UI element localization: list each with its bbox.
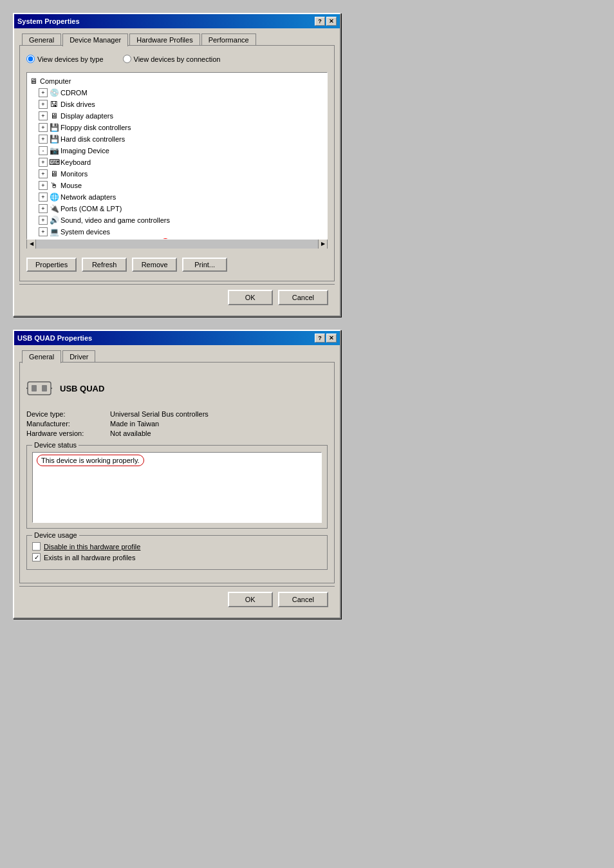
tree-item-display[interactable]: + 🖥 Display adapters <box>28 110 326 122</box>
tree-item-mouse[interactable]: + 🖱 Mouse <box>28 180 326 191</box>
expander-monitors[interactable]: + <box>39 169 48 178</box>
scroll-right-arrow[interactable]: ▶ <box>318 240 327 249</box>
expander-mouse[interactable]: + <box>39 181 48 190</box>
expander-cdrom[interactable]: + <box>39 88 48 97</box>
keyboard-icon: ⌨ <box>49 157 59 167</box>
bottom-buttons-system: OK Cancel <box>19 284 335 310</box>
tree-item-computer[interactable]: 🖥 Computer <box>28 75 326 87</box>
disable-label: Disable in this hardware profile <box>44 543 140 551</box>
tree-item-harddisk[interactable]: + 💾 Hard disk controllers <box>28 133 326 145</box>
expander-system[interactable]: + <box>39 227 48 236</box>
radio-by-connection-input[interactable] <box>123 55 131 63</box>
tree-label-sound: Sound, video and game controllers <box>60 216 170 224</box>
action-buttons-row: Properties Refresh Remove Print... <box>26 255 328 274</box>
expander-disk[interactable]: + <box>39 100 48 109</box>
title-bar-buttons-system: ? ✕ <box>315 17 337 26</box>
tree-label-floppy: Floppy disk controllers <box>60 124 131 131</box>
radio-by-type[interactable]: View devices by type <box>26 55 104 63</box>
close-button-system[interactable]: ✕ <box>326 17 337 26</box>
expander-keyboard[interactable]: + <box>39 158 48 167</box>
device-type-row: Device type: Universal Serial Bus contro… <box>26 410 328 418</box>
tree-item-monitors[interactable]: + 🖥 Monitors <box>28 168 326 180</box>
device-status-box: This device is working properly. <box>32 452 322 523</box>
tab-general-system[interactable]: General <box>22 33 61 46</box>
ok-button-system[interactable]: OK <box>228 290 273 305</box>
tree-item-keyboard[interactable]: + ⌨ Keyboard <box>28 156 326 168</box>
tree-item-sound[interactable]: + 🔊 Sound, video and game controllers <box>28 214 326 226</box>
cdrom-icon: 💿 <box>49 88 59 98</box>
disk-icon: 🖫 <box>49 99 59 109</box>
tree-label-cdrom: CDROM <box>60 89 88 97</box>
tree-item-floppy[interactable]: + 💾 Floppy disk controllers <box>28 122 326 133</box>
expander-imaging[interactable]: - <box>39 146 48 155</box>
disable-checkbox-item[interactable]: Disable in this hardware profile <box>32 542 322 551</box>
expander-display[interactable]: + <box>39 111 48 120</box>
cancel-button-system[interactable]: Cancel <box>278 290 328 305</box>
view-options: View devices by type View devices by con… <box>26 52 328 66</box>
svg-rect-2 <box>42 385 47 392</box>
exists-checkbox-item[interactable]: Exists in all hardware profiles <box>32 553 322 561</box>
tree-item-imaging[interactable]: - 📷 Imaging Device <box>28 145 326 156</box>
title-text-usbquad: USB QUAD Properties <box>17 334 92 342</box>
radio-by-connection[interactable]: View devices by connection <box>123 55 221 63</box>
svg-rect-1 <box>32 385 37 392</box>
device-big-icon <box>26 375 52 401</box>
remove-button[interactable]: Remove <box>132 258 177 272</box>
radio-by-type-input[interactable] <box>26 55 35 63</box>
svg-rect-0 <box>28 382 51 395</box>
expander-floppy[interactable]: + <box>39 123 48 132</box>
hscroll-bar[interactable]: ◀ ▶ <box>26 240 328 249</box>
scroll-track <box>36 240 318 249</box>
help-button-system[interactable]: ? <box>315 17 325 26</box>
expander-network[interactable]: + <box>39 193 48 202</box>
tab-performance[interactable]: Performance <box>201 33 256 46</box>
expander-ports[interactable]: + <box>39 204 48 213</box>
tab-content-general-usbquad: USB QUAD Device type: Universal Serial B… <box>19 362 335 583</box>
tab-driver-usbquad[interactable]: Driver <box>62 350 95 363</box>
tab-content-device-manager: View devices by type View devices by con… <box>19 45 335 281</box>
tree-item-system[interactable]: + 💻 System devices <box>28 226 326 238</box>
exists-label: Exists in all hardware profiles <box>44 554 135 561</box>
computer-icon: 🖥 <box>28 76 39 86</box>
tree-item-cdrom[interactable]: + 💿 CDROM <box>28 87 326 99</box>
ok-button-usbquad[interactable]: OK <box>228 592 273 607</box>
title-bar-usbquad: USB QUAD Properties ? ✕ <box>14 331 340 345</box>
scroll-left-arrow[interactable]: ◀ <box>27 240 36 249</box>
tree-label-network: Network adapters <box>60 193 116 201</box>
device-status-group-label: Device status <box>32 441 79 449</box>
ports-icon: 🔌 <box>49 203 59 214</box>
imaging-icon: 📷 <box>49 146 59 156</box>
tab-hardware-profiles[interactable]: Hardware Profiles <box>129 33 200 46</box>
mouse-icon: 🖱 <box>49 180 59 191</box>
cancel-button-usbquad[interactable]: Cancel <box>278 592 328 607</box>
tab-general-usbquad[interactable]: General <box>22 350 61 363</box>
tab-device-manager[interactable]: Device Manager <box>62 33 128 46</box>
device-tree[interactable]: 🖥 Computer + 💿 CDROM + 🖫 Disk drives <box>26 72 328 240</box>
properties-button[interactable]: Properties <box>26 258 77 272</box>
tree-label-ports: Ports (COM & LPT) <box>60 205 122 212</box>
tree-label-harddisk: Hard disk controllers <box>60 135 125 143</box>
tab-bar-system: General Device Manager Hardware Profiles… <box>19 33 335 46</box>
disable-checkbox[interactable] <box>32 542 41 551</box>
tree-label-monitors: Monitors <box>60 170 88 178</box>
device-info-table: Device type: Universal Serial Bus contro… <box>26 410 328 437</box>
bottom-buttons-usbquad: OK Cancel <box>19 586 335 612</box>
tree-item-disk[interactable]: + 🖫 Disk drives <box>28 99 326 110</box>
expander-sound[interactable]: + <box>39 216 48 225</box>
title-text-system: System Properties <box>17 17 80 25</box>
expander-harddisk[interactable]: + <box>39 135 48 144</box>
tree-item-ports[interactable]: + 🔌 Ports (COM & LPT) <box>28 203 326 214</box>
help-button-usbquad[interactable]: ? <box>315 334 325 343</box>
close-button-usbquad[interactable]: ✕ <box>326 334 337 343</box>
exists-checkbox[interactable] <box>32 553 41 561</box>
device-status-text: This device is working properly. <box>37 455 144 466</box>
tree-label-system: System devices <box>60 228 110 236</box>
refresh-button[interactable]: Refresh <box>82 258 127 272</box>
system-window-content: General Device Manager Hardware Profiles… <box>14 28 340 316</box>
tree-label-computer: Computer <box>40 77 71 85</box>
hardware-version-row: Hardware version: Not available <box>26 429 328 437</box>
title-bar-buttons-usbquad: ? ✕ <box>315 334 337 343</box>
print-button[interactable]: Print... <box>182 258 227 272</box>
tree-item-network[interactable]: + 🌐 Network adapters <box>28 191 326 203</box>
device-type-label: Device type: <box>26 410 110 418</box>
